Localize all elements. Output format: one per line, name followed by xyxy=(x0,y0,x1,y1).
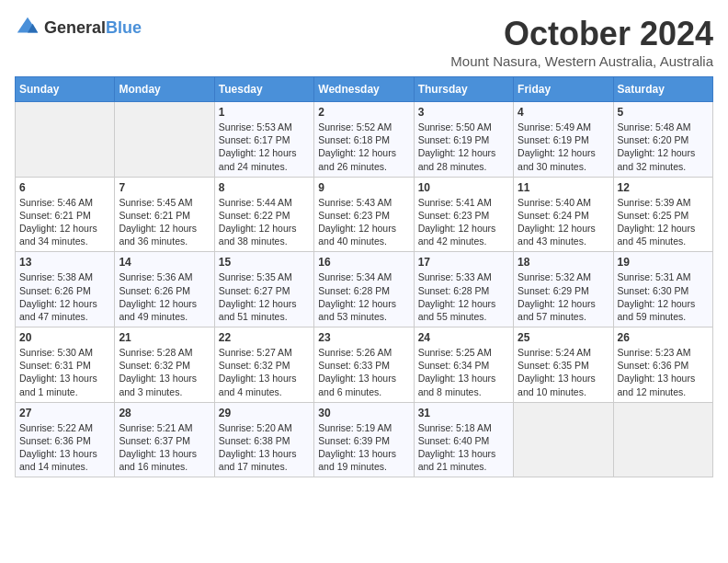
day-number: 4 xyxy=(518,106,609,119)
day-info: Sunrise: 5:34 AM Sunset: 6:28 PM Dayligh… xyxy=(318,270,409,323)
calendar-cell: 20Sunrise: 5:30 AM Sunset: 6:31 PM Dayli… xyxy=(16,327,115,403)
day-info: Sunrise: 5:31 AM Sunset: 6:30 PM Dayligh… xyxy=(618,270,709,323)
title-block: October 2024 Mount Nasura, Western Austr… xyxy=(450,15,713,69)
day-number: 8 xyxy=(219,181,310,194)
logo-general: General xyxy=(44,18,106,37)
day-info: Sunrise: 5:23 AM Sunset: 6:36 PM Dayligh… xyxy=(618,346,709,398)
day-info: Sunrise: 5:19 AM Sunset: 6:39 PM Dayligh… xyxy=(318,421,409,474)
day-number: 9 xyxy=(318,181,409,194)
day-info: Sunrise: 5:52 AM Sunset: 6:18 PM Dayligh… xyxy=(318,121,409,173)
calendar-cell: 19Sunrise: 5:31 AM Sunset: 6:30 PM Dayli… xyxy=(613,252,712,327)
day-number: 7 xyxy=(119,181,210,194)
day-info: Sunrise: 5:49 AM Sunset: 6:19 PM Dayligh… xyxy=(518,121,609,173)
calendar-body: 1Sunrise: 5:53 AM Sunset: 6:17 PM Daylig… xyxy=(16,102,713,477)
calendar-cell: 6Sunrise: 5:46 AM Sunset: 6:21 PM Daylig… xyxy=(16,177,115,252)
day-number: 30 xyxy=(318,407,409,419)
calendar-cell: 7Sunrise: 5:45 AM Sunset: 6:21 PM Daylig… xyxy=(115,177,214,252)
logo-text: GeneralBlue xyxy=(44,18,142,38)
calendar-cell: 4Sunrise: 5:49 AM Sunset: 6:19 PM Daylig… xyxy=(514,102,613,178)
calendar-cell: 9Sunrise: 5:43 AM Sunset: 6:23 PM Daylig… xyxy=(314,177,414,252)
day-info: Sunrise: 5:46 AM Sunset: 6:21 PM Dayligh… xyxy=(19,196,110,248)
day-info: Sunrise: 5:22 AM Sunset: 6:36 PM Dayligh… xyxy=(19,421,110,474)
calendar-cell xyxy=(115,102,214,178)
calendar-cell: 16Sunrise: 5:34 AM Sunset: 6:28 PM Dayli… xyxy=(314,252,414,327)
header-tuesday: Tuesday xyxy=(214,77,313,102)
day-info: Sunrise: 5:53 AM Sunset: 6:17 PM Dayligh… xyxy=(219,121,310,173)
day-info: Sunrise: 5:43 AM Sunset: 6:23 PM Dayligh… xyxy=(318,196,409,248)
header-monday: Monday xyxy=(115,77,214,102)
calendar-table: Sunday Monday Tuesday Wednesday Thursday… xyxy=(15,76,713,477)
day-number: 29 xyxy=(219,407,310,419)
week-row-3: 13Sunrise: 5:38 AM Sunset: 6:26 PM Dayli… xyxy=(16,252,713,327)
day-number: 5 xyxy=(618,106,709,119)
calendar-cell: 13Sunrise: 5:38 AM Sunset: 6:26 PM Dayli… xyxy=(16,252,115,327)
day-info: Sunrise: 5:26 AM Sunset: 6:33 PM Dayligh… xyxy=(318,346,409,398)
day-number: 14 xyxy=(119,256,210,269)
calendar-cell: 1Sunrise: 5:53 AM Sunset: 6:17 PM Daylig… xyxy=(214,102,313,178)
day-info: Sunrise: 5:38 AM Sunset: 6:26 PM Dayligh… xyxy=(19,270,110,323)
week-row-1: 1Sunrise: 5:53 AM Sunset: 6:17 PM Daylig… xyxy=(16,102,713,178)
calendar-cell: 10Sunrise: 5:41 AM Sunset: 6:23 PM Dayli… xyxy=(414,177,513,252)
calendar-cell: 23Sunrise: 5:26 AM Sunset: 6:33 PM Dayli… xyxy=(314,327,414,403)
day-number: 22 xyxy=(219,331,310,344)
logo: GeneralBlue xyxy=(15,15,142,40)
calendar-cell: 18Sunrise: 5:32 AM Sunset: 6:29 PM Dayli… xyxy=(514,252,613,327)
calendar-cell: 24Sunrise: 5:25 AM Sunset: 6:34 PM Dayli… xyxy=(414,327,513,403)
logo-icon xyxy=(15,15,40,40)
day-number: 6 xyxy=(19,181,110,194)
day-number: 3 xyxy=(418,106,509,119)
page-header: GeneralBlue October 2024 Mount Nasura, W… xyxy=(15,15,713,69)
calendar-cell: 31Sunrise: 5:18 AM Sunset: 6:40 PM Dayli… xyxy=(414,402,513,477)
day-info: Sunrise: 5:44 AM Sunset: 6:22 PM Dayligh… xyxy=(219,196,310,248)
calendar-cell: 21Sunrise: 5:28 AM Sunset: 6:32 PM Dayli… xyxy=(115,327,214,403)
day-number: 31 xyxy=(418,407,509,419)
day-info: Sunrise: 5:45 AM Sunset: 6:21 PM Dayligh… xyxy=(119,196,210,248)
day-info: Sunrise: 5:32 AM Sunset: 6:29 PM Dayligh… xyxy=(518,270,609,323)
calendar-cell xyxy=(16,102,115,178)
calendar-cell: 25Sunrise: 5:24 AM Sunset: 6:35 PM Dayli… xyxy=(514,327,613,403)
header-saturday: Saturday xyxy=(613,77,712,102)
calendar-cell: 2Sunrise: 5:52 AM Sunset: 6:18 PM Daylig… xyxy=(314,102,414,178)
calendar-cell xyxy=(613,402,712,477)
week-row-2: 6Sunrise: 5:46 AM Sunset: 6:21 PM Daylig… xyxy=(16,177,713,252)
week-row-4: 20Sunrise: 5:30 AM Sunset: 6:31 PM Dayli… xyxy=(16,327,713,403)
calendar-cell: 22Sunrise: 5:27 AM Sunset: 6:32 PM Dayli… xyxy=(214,327,313,403)
day-number: 16 xyxy=(318,256,409,269)
calendar-cell: 12Sunrise: 5:39 AM Sunset: 6:25 PM Dayli… xyxy=(613,177,712,252)
day-number: 12 xyxy=(618,181,709,194)
calendar-cell: 28Sunrise: 5:21 AM Sunset: 6:37 PM Dayli… xyxy=(115,402,214,477)
calendar-cell: 14Sunrise: 5:36 AM Sunset: 6:26 PM Dayli… xyxy=(115,252,214,327)
calendar-cell: 17Sunrise: 5:33 AM Sunset: 6:28 PM Dayli… xyxy=(414,252,513,327)
day-number: 20 xyxy=(19,331,110,344)
header-sunday: Sunday xyxy=(16,77,115,102)
calendar-cell xyxy=(514,402,613,477)
day-info: Sunrise: 5:33 AM Sunset: 6:28 PM Dayligh… xyxy=(418,270,509,323)
day-number: 17 xyxy=(418,256,509,269)
main-title: October 2024 xyxy=(450,15,713,53)
day-info: Sunrise: 5:35 AM Sunset: 6:27 PM Dayligh… xyxy=(219,270,310,323)
day-number: 2 xyxy=(318,106,409,119)
day-number: 13 xyxy=(19,256,110,269)
day-info: Sunrise: 5:30 AM Sunset: 6:31 PM Dayligh… xyxy=(19,346,110,398)
day-number: 23 xyxy=(318,331,409,344)
header-wednesday: Wednesday xyxy=(314,77,414,102)
logo-blue: Blue xyxy=(106,18,142,37)
calendar-cell: 26Sunrise: 5:23 AM Sunset: 6:36 PM Dayli… xyxy=(613,327,712,403)
day-info: Sunrise: 5:40 AM Sunset: 6:24 PM Dayligh… xyxy=(518,196,609,248)
day-info: Sunrise: 5:24 AM Sunset: 6:35 PM Dayligh… xyxy=(518,346,609,398)
day-number: 21 xyxy=(119,331,210,344)
calendar-cell: 27Sunrise: 5:22 AM Sunset: 6:36 PM Dayli… xyxy=(16,402,115,477)
calendar-header: Sunday Monday Tuesday Wednesday Thursday… xyxy=(16,77,713,102)
day-info: Sunrise: 5:50 AM Sunset: 6:19 PM Dayligh… xyxy=(418,121,509,173)
day-number: 15 xyxy=(219,256,310,269)
day-number: 28 xyxy=(119,407,210,419)
day-number: 26 xyxy=(618,331,709,344)
day-info: Sunrise: 5:36 AM Sunset: 6:26 PM Dayligh… xyxy=(119,270,210,323)
day-number: 11 xyxy=(518,181,609,194)
day-number: 10 xyxy=(418,181,509,194)
day-number: 27 xyxy=(19,407,110,419)
subtitle: Mount Nasura, Western Australia, Austral… xyxy=(450,53,713,69)
day-info: Sunrise: 5:39 AM Sunset: 6:25 PM Dayligh… xyxy=(618,196,709,248)
day-info: Sunrise: 5:18 AM Sunset: 6:40 PM Dayligh… xyxy=(418,421,509,474)
day-info: Sunrise: 5:25 AM Sunset: 6:34 PM Dayligh… xyxy=(418,346,509,398)
